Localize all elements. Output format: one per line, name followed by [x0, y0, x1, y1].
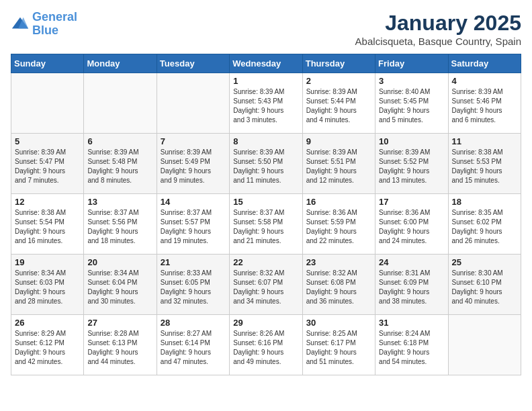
- calendar-subtitle: Abalcisqueta, Basque Country, Spain: [355, 36, 521, 47]
- logo-line1: General: [32, 10, 77, 24]
- day-cell: 9Sunrise: 8:39 AM Sunset: 5:51 PM Daylig…: [302, 134, 375, 194]
- day-cell: 26Sunrise: 8:29 AM Sunset: 6:12 PM Dayli…: [11, 315, 84, 375]
- day-cell: [84, 73, 157, 134]
- day-number: 9: [306, 136, 371, 146]
- day-cell: 31Sunrise: 8:24 AM Sunset: 6:18 PM Dayli…: [375, 315, 448, 375]
- day-info: Sunrise: 8:39 AM Sunset: 5:48 PM Dayligh…: [87, 148, 152, 185]
- day-info: Sunrise: 8:31 AM Sunset: 6:09 PM Dayligh…: [379, 269, 444, 306]
- day-info: Sunrise: 8:26 AM Sunset: 6:16 PM Dayligh…: [233, 329, 298, 367]
- day-number: 3: [379, 76, 444, 86]
- day-cell: 8Sunrise: 8:39 AM Sunset: 5:50 PM Daylig…: [230, 134, 302, 194]
- day-info: Sunrise: 8:39 AM Sunset: 5:49 PM Dayligh…: [161, 148, 226, 185]
- day-number: 10: [379, 136, 444, 146]
- day-number: 14: [161, 197, 226, 207]
- day-cell: 1Sunrise: 8:39 AM Sunset: 5:43 PM Daylig…: [230, 73, 302, 134]
- day-cell: [11, 73, 84, 134]
- day-number: 5: [15, 136, 80, 146]
- day-number: 18: [452, 197, 517, 207]
- day-number: 4: [452, 76, 517, 86]
- header-cell-wednesday: Wednesday: [230, 54, 302, 73]
- day-cell: 28Sunrise: 8:27 AM Sunset: 6:14 PM Dayli…: [157, 315, 229, 375]
- day-info: Sunrise: 8:39 AM Sunset: 5:46 PM Dayligh…: [452, 87, 517, 125]
- calendar-body: 1Sunrise: 8:39 AM Sunset: 5:43 PM Daylig…: [11, 73, 521, 375]
- day-info: Sunrise: 8:39 AM Sunset: 5:52 PM Dayligh…: [379, 148, 444, 185]
- logo: General Blue: [11, 11, 77, 38]
- week-row-1: 1Sunrise: 8:39 AM Sunset: 5:43 PM Daylig…: [11, 73, 521, 134]
- day-number: 12: [15, 197, 80, 207]
- day-number: 22: [233, 257, 298, 267]
- day-cell: 3Sunrise: 8:40 AM Sunset: 5:45 PM Daylig…: [375, 73, 448, 134]
- day-number: 8: [233, 136, 298, 146]
- day-number: 30: [306, 318, 371, 328]
- day-number: 6: [87, 136, 152, 146]
- day-number: 16: [306, 197, 371, 207]
- calendar-title: January 2025: [355, 11, 521, 36]
- day-cell: 23Sunrise: 8:32 AM Sunset: 6:08 PM Dayli…: [302, 255, 375, 315]
- logo-line2: Blue: [32, 24, 58, 37]
- day-number: 13: [87, 197, 152, 207]
- day-number: 28: [161, 318, 226, 328]
- week-row-4: 19Sunrise: 8:34 AM Sunset: 6:03 PM Dayli…: [11, 255, 521, 315]
- day-info: Sunrise: 8:34 AM Sunset: 6:04 PM Dayligh…: [87, 269, 152, 306]
- day-number: 26: [15, 318, 80, 328]
- day-info: Sunrise: 8:39 AM Sunset: 5:47 PM Dayligh…: [15, 148, 80, 185]
- day-cell: 4Sunrise: 8:39 AM Sunset: 5:46 PM Daylig…: [448, 73, 521, 134]
- day-number: 20: [87, 257, 152, 267]
- day-cell: 12Sunrise: 8:38 AM Sunset: 5:54 PM Dayli…: [11, 194, 84, 255]
- header-cell-friday: Friday: [375, 54, 448, 73]
- day-cell: 27Sunrise: 8:28 AM Sunset: 6:13 PM Dayli…: [84, 315, 157, 375]
- day-cell: 17Sunrise: 8:36 AM Sunset: 6:00 PM Dayli…: [375, 194, 448, 255]
- page-header: General Blue January 2025 Abalcisqueta, …: [11, 11, 521, 47]
- day-info: Sunrise: 8:38 AM Sunset: 5:53 PM Dayligh…: [452, 148, 517, 185]
- header-cell-thursday: Thursday: [302, 54, 375, 73]
- day-cell: 15Sunrise: 8:37 AM Sunset: 5:58 PM Dayli…: [230, 194, 302, 255]
- day-cell: 14Sunrise: 8:37 AM Sunset: 5:57 PM Dayli…: [157, 194, 229, 255]
- calendar-header: SundayMondayTuesdayWednesdayThursdayFrid…: [11, 54, 521, 73]
- day-number: 23: [306, 257, 371, 267]
- day-info: Sunrise: 8:30 AM Sunset: 6:10 PM Dayligh…: [452, 269, 517, 306]
- day-info: Sunrise: 8:28 AM Sunset: 6:13 PM Dayligh…: [87, 329, 152, 367]
- day-info: Sunrise: 8:27 AM Sunset: 6:14 PM Dayligh…: [161, 329, 226, 367]
- day-cell: 25Sunrise: 8:30 AM Sunset: 6:10 PM Dayli…: [448, 255, 521, 315]
- day-info: Sunrise: 8:39 AM Sunset: 5:43 PM Dayligh…: [233, 87, 298, 125]
- header-row: SundayMondayTuesdayWednesdayThursdayFrid…: [11, 54, 521, 73]
- day-info: Sunrise: 8:39 AM Sunset: 5:50 PM Dayligh…: [233, 148, 298, 185]
- week-row-3: 12Sunrise: 8:38 AM Sunset: 5:54 PM Dayli…: [11, 194, 521, 255]
- day-info: Sunrise: 8:29 AM Sunset: 6:12 PM Dayligh…: [15, 329, 80, 367]
- day-number: 24: [379, 257, 444, 267]
- day-info: Sunrise: 8:36 AM Sunset: 6:00 PM Dayligh…: [379, 208, 444, 246]
- day-number: 31: [379, 318, 444, 328]
- day-number: 15: [233, 197, 298, 207]
- day-info: Sunrise: 8:32 AM Sunset: 6:07 PM Dayligh…: [233, 269, 298, 306]
- day-cell: 10Sunrise: 8:39 AM Sunset: 5:52 PM Dayli…: [375, 134, 448, 194]
- day-cell: 13Sunrise: 8:37 AM Sunset: 5:56 PM Dayli…: [84, 194, 157, 255]
- day-cell: 29Sunrise: 8:26 AM Sunset: 6:16 PM Dayli…: [230, 315, 302, 375]
- day-number: 29: [233, 318, 298, 328]
- day-cell: 11Sunrise: 8:38 AM Sunset: 5:53 PM Dayli…: [448, 134, 521, 194]
- day-cell: 21Sunrise: 8:33 AM Sunset: 6:05 PM Dayli…: [157, 255, 229, 315]
- day-info: Sunrise: 8:33 AM Sunset: 6:05 PM Dayligh…: [161, 269, 226, 306]
- day-cell: 16Sunrise: 8:36 AM Sunset: 5:59 PM Dayli…: [302, 194, 375, 255]
- day-number: 7: [161, 136, 226, 146]
- day-number: 2: [306, 76, 371, 86]
- day-number: 17: [379, 197, 444, 207]
- day-info: Sunrise: 8:35 AM Sunset: 6:02 PM Dayligh…: [452, 208, 517, 246]
- day-info: Sunrise: 8:40 AM Sunset: 5:45 PM Dayligh…: [379, 87, 444, 125]
- calendar-table: SundayMondayTuesdayWednesdayThursdayFrid…: [11, 54, 521, 375]
- day-number: 1: [233, 76, 298, 86]
- day-number: 27: [87, 318, 152, 328]
- day-info: Sunrise: 8:36 AM Sunset: 5:59 PM Dayligh…: [306, 208, 371, 246]
- day-cell: 5Sunrise: 8:39 AM Sunset: 5:47 PM Daylig…: [11, 134, 84, 194]
- day-number: 11: [452, 136, 517, 146]
- day-number: 21: [161, 257, 226, 267]
- day-info: Sunrise: 8:39 AM Sunset: 5:44 PM Dayligh…: [306, 87, 371, 125]
- day-cell: [157, 73, 229, 134]
- day-cell: 7Sunrise: 8:39 AM Sunset: 5:49 PM Daylig…: [157, 134, 229, 194]
- day-cell: 22Sunrise: 8:32 AM Sunset: 6:07 PM Dayli…: [230, 255, 302, 315]
- day-info: Sunrise: 8:32 AM Sunset: 6:08 PM Dayligh…: [306, 269, 371, 306]
- header-cell-tuesday: Tuesday: [157, 54, 229, 73]
- day-info: Sunrise: 8:37 AM Sunset: 5:56 PM Dayligh…: [87, 208, 152, 246]
- day-cell: 30Sunrise: 8:25 AM Sunset: 6:17 PM Dayli…: [302, 315, 375, 375]
- header-cell-sunday: Sunday: [11, 54, 84, 73]
- header-cell-saturday: Saturday: [448, 54, 521, 73]
